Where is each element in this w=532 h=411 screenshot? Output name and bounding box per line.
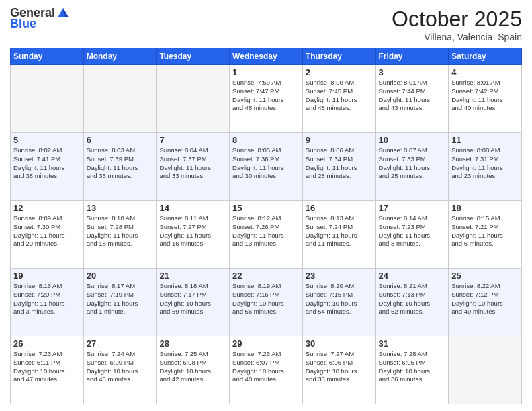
day-info: Sunrise: 7:59 AM Sunset: 7:47 PM Dayligh… xyxy=(232,79,300,113)
title-block: October 2025 Villena, Valencia, Spain xyxy=(392,7,522,42)
calendar-cell: 27Sunrise: 7:24 AM Sunset: 6:09 PM Dayli… xyxy=(83,336,157,404)
calendar-cell: 21Sunrise: 8:18 AM Sunset: 7:17 PM Dayli… xyxy=(157,269,230,336)
day-number: 27 xyxy=(87,338,154,349)
calendar-cell: 4Sunrise: 8:01 AM Sunset: 7:42 PM Daylig… xyxy=(449,65,522,133)
day-info: Sunrise: 8:22 AM Sunset: 7:12 PM Dayligh… xyxy=(451,282,519,316)
day-number: 17 xyxy=(379,203,446,213)
calendar-cell: 7Sunrise: 8:04 AM Sunset: 7:37 PM Daylig… xyxy=(157,133,230,201)
calendar-cell: 17Sunrise: 8:14 AM Sunset: 7:23 PM Dayli… xyxy=(375,201,449,269)
calendar-cell: 24Sunrise: 8:21 AM Sunset: 7:13 PM Dayli… xyxy=(375,269,449,336)
calendar-cell: 3Sunrise: 8:01 AM Sunset: 7:44 PM Daylig… xyxy=(375,65,449,133)
calendar-cell: 20Sunrise: 8:17 AM Sunset: 7:19 PM Dayli… xyxy=(83,269,157,336)
day-info: Sunrise: 8:02 AM Sunset: 7:41 PM Dayligh… xyxy=(13,146,81,181)
day-info: Sunrise: 8:12 AM Sunset: 7:26 PM Dayligh… xyxy=(232,214,300,248)
calendar-cell: 31Sunrise: 7:28 AM Sunset: 6:05 PM Dayli… xyxy=(375,336,449,404)
day-number: 5 xyxy=(13,135,81,145)
day-number: 28 xyxy=(159,338,226,349)
calendar-cell: 23Sunrise: 8:20 AM Sunset: 7:15 PM Dayli… xyxy=(302,269,375,336)
logo-blue-text: Blue xyxy=(10,17,36,31)
weekday-header-saturday: Saturday xyxy=(449,48,522,65)
calendar-cell: 1Sunrise: 7:59 AM Sunset: 7:47 PM Daylig… xyxy=(230,65,303,133)
day-info: Sunrise: 7:23 AM Sunset: 6:11 PM Dayligh… xyxy=(13,350,81,384)
day-info: Sunrise: 8:05 AM Sunset: 7:36 PM Dayligh… xyxy=(232,146,300,181)
page: General Blue October 2025 Villena, Valen… xyxy=(0,0,532,411)
day-number: 20 xyxy=(87,271,154,281)
calendar-cell: 25Sunrise: 8:22 AM Sunset: 7:12 PM Dayli… xyxy=(449,269,522,336)
day-number: 31 xyxy=(379,338,446,349)
calendar-cell xyxy=(157,65,230,133)
calendar-cell xyxy=(11,65,84,133)
calendar-cell: 22Sunrise: 8:19 AM Sunset: 7:16 PM Dayli… xyxy=(230,269,303,336)
day-info: Sunrise: 8:18 AM Sunset: 7:17 PM Dayligh… xyxy=(159,282,226,316)
calendar-cell: 14Sunrise: 8:11 AM Sunset: 7:27 PM Dayli… xyxy=(157,201,230,269)
day-number: 8 xyxy=(232,135,300,145)
day-number: 14 xyxy=(159,203,226,213)
day-info: Sunrise: 8:09 AM Sunset: 7:30 PM Dayligh… xyxy=(13,214,81,248)
day-number: 19 xyxy=(13,271,81,281)
day-info: Sunrise: 8:06 AM Sunset: 7:34 PM Dayligh… xyxy=(306,146,373,181)
calendar-cell: 11Sunrise: 8:08 AM Sunset: 7:31 PM Dayli… xyxy=(449,133,522,201)
day-number: 23 xyxy=(306,271,373,281)
day-info: Sunrise: 8:16 AM Sunset: 7:20 PM Dayligh… xyxy=(13,282,81,316)
day-number: 30 xyxy=(306,338,373,349)
day-info: Sunrise: 8:08 AM Sunset: 7:31 PM Dayligh… xyxy=(451,146,519,181)
day-info: Sunrise: 8:19 AM Sunset: 7:16 PM Dayligh… xyxy=(232,282,300,316)
calendar-cell: 5Sunrise: 8:02 AM Sunset: 7:41 PM Daylig… xyxy=(11,133,84,201)
calendar-cell: 8Sunrise: 8:05 AM Sunset: 7:36 PM Daylig… xyxy=(230,133,303,201)
calendar-cell xyxy=(449,336,522,404)
month-title: October 2025 xyxy=(392,7,522,32)
day-number: 10 xyxy=(379,135,446,145)
day-info: Sunrise: 8:01 AM Sunset: 7:42 PM Dayligh… xyxy=(451,79,519,113)
location: Villena, Valencia, Spain xyxy=(392,32,522,42)
day-number: 29 xyxy=(232,338,300,349)
day-info: Sunrise: 7:27 AM Sunset: 6:06 PM Dayligh… xyxy=(306,350,373,384)
day-info: Sunrise: 7:28 AM Sunset: 6:05 PM Dayligh… xyxy=(379,350,446,384)
calendar-week-row: 12Sunrise: 8:09 AM Sunset: 7:30 PM Dayli… xyxy=(11,201,522,269)
calendar-cell: 29Sunrise: 7:26 AM Sunset: 6:07 PM Dayli… xyxy=(230,336,303,404)
day-info: Sunrise: 8:00 AM Sunset: 7:45 PM Dayligh… xyxy=(306,79,373,113)
day-number: 3 xyxy=(379,67,446,77)
calendar-cell: 15Sunrise: 8:12 AM Sunset: 7:26 PM Dayli… xyxy=(230,201,303,269)
day-info: Sunrise: 8:21 AM Sunset: 7:13 PM Dayligh… xyxy=(379,282,446,316)
day-number: 18 xyxy=(451,203,519,213)
day-number: 6 xyxy=(87,135,154,145)
weekday-header-thursday: Thursday xyxy=(302,48,375,65)
day-number: 11 xyxy=(451,135,519,145)
day-number: 13 xyxy=(87,203,154,213)
day-info: Sunrise: 8:14 AM Sunset: 7:23 PM Dayligh… xyxy=(379,214,446,248)
day-number: 15 xyxy=(232,203,300,213)
calendar-cell: 26Sunrise: 7:23 AM Sunset: 6:11 PM Dayli… xyxy=(11,336,84,404)
calendar-cell: 9Sunrise: 8:06 AM Sunset: 7:34 PM Daylig… xyxy=(302,133,375,201)
calendar-cell: 28Sunrise: 7:25 AM Sunset: 6:08 PM Dayli… xyxy=(157,336,230,404)
calendar-cell: 18Sunrise: 8:15 AM Sunset: 7:21 PM Dayli… xyxy=(449,201,522,269)
calendar-week-row: 26Sunrise: 7:23 AM Sunset: 6:11 PM Dayli… xyxy=(11,336,522,404)
day-info: Sunrise: 8:15 AM Sunset: 7:21 PM Dayligh… xyxy=(451,214,519,248)
calendar-week-row: 5Sunrise: 8:02 AM Sunset: 7:41 PM Daylig… xyxy=(11,133,522,201)
day-number: 1 xyxy=(232,67,300,77)
calendar-cell: 16Sunrise: 8:13 AM Sunset: 7:24 PM Dayli… xyxy=(302,201,375,269)
day-number: 12 xyxy=(13,203,81,213)
day-info: Sunrise: 8:13 AM Sunset: 7:24 PM Dayligh… xyxy=(306,214,373,248)
day-number: 7 xyxy=(159,135,226,145)
calendar-table: SundayMondayTuesdayWednesdayThursdayFrid… xyxy=(10,48,522,404)
day-number: 9 xyxy=(306,135,373,145)
day-number: 25 xyxy=(451,271,519,281)
day-number: 16 xyxy=(306,203,373,213)
day-info: Sunrise: 8:11 AM Sunset: 7:27 PM Dayligh… xyxy=(159,214,226,248)
calendar-cell: 30Sunrise: 7:27 AM Sunset: 6:06 PM Dayli… xyxy=(302,336,375,404)
day-info: Sunrise: 8:17 AM Sunset: 7:19 PM Dayligh… xyxy=(87,282,154,316)
day-info: Sunrise: 8:04 AM Sunset: 7:37 PM Dayligh… xyxy=(159,146,226,181)
day-number: 4 xyxy=(451,67,519,77)
day-info: Sunrise: 8:03 AM Sunset: 7:39 PM Dayligh… xyxy=(87,146,154,181)
day-info: Sunrise: 8:01 AM Sunset: 7:44 PM Dayligh… xyxy=(379,79,446,113)
calendar-cell: 19Sunrise: 8:16 AM Sunset: 7:20 PM Dayli… xyxy=(11,269,84,336)
day-number: 22 xyxy=(232,271,300,281)
calendar-cell: 12Sunrise: 8:09 AM Sunset: 7:30 PM Dayli… xyxy=(11,201,84,269)
weekday-header-monday: Monday xyxy=(83,48,157,65)
weekday-header-row: SundayMondayTuesdayWednesdayThursdayFrid… xyxy=(11,48,522,65)
day-number: 26 xyxy=(13,338,81,349)
calendar-cell: 10Sunrise: 8:07 AM Sunset: 7:33 PM Dayli… xyxy=(375,133,449,201)
logo-icon xyxy=(56,5,70,19)
weekday-header-sunday: Sunday xyxy=(11,48,84,65)
weekday-header-friday: Friday xyxy=(375,48,449,65)
